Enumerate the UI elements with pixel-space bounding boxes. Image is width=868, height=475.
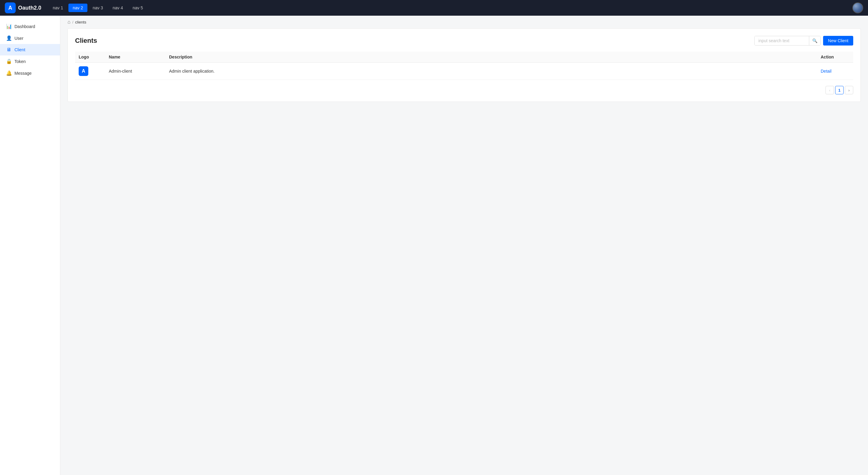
sidebar-icon-user: 👤 — [6, 35, 11, 41]
table-header: LogoNameDescriptionAction — [75, 52, 853, 63]
sidebar-label-dashboard: Dashboard — [14, 24, 35, 29]
sidebar-icon-token: 🔒 — [6, 59, 11, 64]
sidebar-item-user[interactable]: 👤 User — [0, 32, 60, 44]
sidebar-label-message: Message — [14, 71, 32, 76]
table-cell-logo: A — [75, 63, 105, 80]
page-header: Clients 🔍 New Client — [75, 36, 853, 45]
header-actions: 🔍 New Client — [754, 36, 853, 45]
table-cell-action: Detail — [817, 63, 853, 80]
table-header-row: LogoNameDescriptionAction — [75, 52, 853, 63]
new-client-button[interactable]: New Client — [823, 36, 853, 45]
client-logo-icon: A — [79, 66, 88, 76]
breadcrumb-separator: / — [72, 20, 73, 24]
breadcrumb: ⌂ / clients — [60, 16, 868, 28]
table-col-action: Action — [817, 52, 853, 63]
top-nav-item-nav5[interactable]: nav 5 — [128, 4, 147, 12]
sidebar-icon-message: 🔔 — [6, 70, 11, 76]
table-col-description: Description — [165, 52, 817, 63]
top-nav-item-nav1[interactable]: nav 1 — [49, 4, 67, 12]
layout: 📊 Dashboard 👤 User 🖥 Client 🔒 Token 🔔 Me… — [0, 0, 868, 475]
pagination-page-1[interactable]: 1 — [835, 86, 844, 94]
sidebar: 📊 Dashboard 👤 User 🖥 Client 🔒 Token 🔔 Me… — [0, 16, 60, 475]
table-row: AAdmin-clientAdmin client application.De… — [75, 63, 853, 80]
logo-area[interactable]: A Oauth2.0 — [5, 2, 41, 13]
detail-link[interactable]: Detail — [821, 69, 832, 73]
page-title: Clients — [75, 37, 97, 44]
clients-table: LogoNameDescriptionAction AAdmin-clientA… — [75, 52, 853, 80]
search-button[interactable]: 🔍 — [809, 36, 820, 45]
breadcrumb-home-icon[interactable]: ⌂ — [67, 19, 70, 25]
top-nav-item-nav4[interactable]: nav 4 — [108, 4, 127, 12]
top-nav-item-nav2[interactable]: nav 2 — [68, 4, 87, 12]
logo-icon: A — [5, 2, 16, 13]
sidebar-item-message[interactable]: 🔔 Message — [0, 67, 60, 79]
top-nav-items: nav 1nav 2nav 3nav 4nav 5 — [49, 4, 852, 12]
sidebar-item-dashboard[interactable]: 📊 Dashboard — [0, 21, 60, 32]
table-body: AAdmin-clientAdmin client application.De… — [75, 63, 853, 80]
top-nav-item-nav3[interactable]: nav 3 — [89, 4, 107, 12]
table-col-name: Name — [105, 52, 165, 63]
table-col-logo: Logo — [75, 52, 105, 63]
top-navigation: A Oauth2.0 nav 1nav 2nav 3nav 4nav 5 — [0, 0, 868, 16]
logo-text: Oauth2.0 — [18, 5, 41, 11]
breadcrumb-current: clients — [75, 20, 86, 24]
sidebar-icon-client: 🖥 — [6, 47, 11, 53]
search-input[interactable] — [755, 36, 809, 45]
main-content: ⌂ / clients Clients 🔍 New Client — [60, 16, 868, 475]
search-icon: 🔍 — [812, 38, 817, 43]
table-cell-name: Admin-client — [105, 63, 165, 80]
table-cell-description: Admin client application. — [165, 63, 817, 80]
pagination-prev[interactable]: ‹ — [826, 86, 834, 94]
avatar[interactable] — [852, 2, 863, 13]
sidebar-item-client[interactable]: 🖥 Client — [0, 44, 60, 56]
content-card: Clients 🔍 New Client LogoNameDe — [67, 28, 861, 102]
pagination: ‹ 1› — [75, 86, 853, 94]
sidebar-icon-dashboard: 📊 — [6, 24, 11, 29]
sidebar-label-user: User — [14, 36, 24, 41]
sidebar-label-token: Token — [14, 59, 26, 64]
sidebar-label-client: Client — [14, 47, 25, 52]
pagination-next[interactable]: › — [845, 86, 853, 94]
search-wrapper: 🔍 — [754, 36, 821, 45]
sidebar-item-token[interactable]: 🔒 Token — [0, 56, 60, 67]
